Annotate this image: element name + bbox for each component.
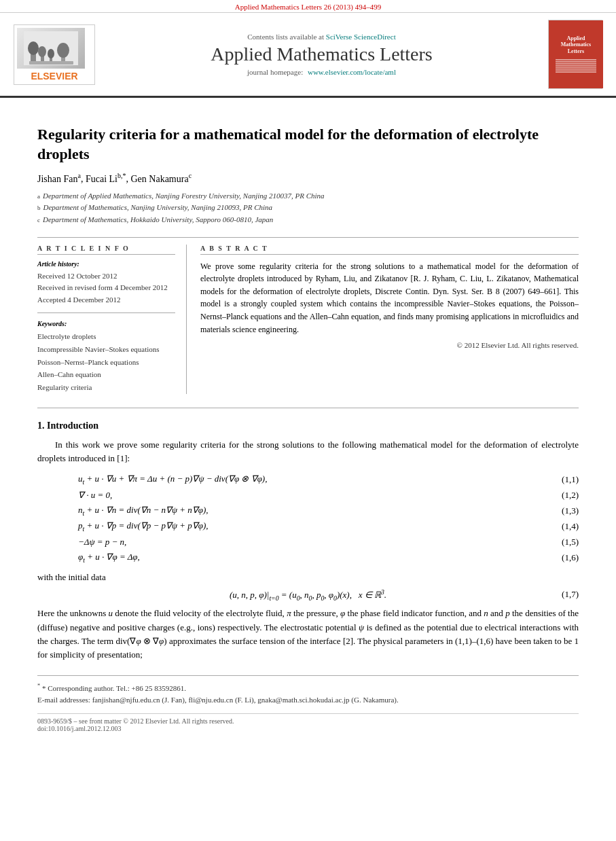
intro-paragraph: In this work we prove some regularity cr… xyxy=(37,438,579,465)
equation-1-6: φt + u · ∇φ = Δφ, (1,6) xyxy=(37,552,579,564)
equation-1-5: −Δψ = p − n, (1,5) xyxy=(37,537,579,548)
svg-point-8 xyxy=(57,43,69,58)
contents-line: Contents lists available at SciVerse Sci… xyxy=(109,33,535,41)
svg-point-4 xyxy=(38,46,46,57)
initial-data-text: with the initial data xyxy=(37,572,579,583)
equation-1-2: ∇ · u = 0, (1,2) xyxy=(37,490,579,501)
article-info-column: A R T I C L E I N F O Article history: R… xyxy=(37,245,187,394)
svg-rect-9 xyxy=(29,61,73,65)
copyright-note: © 2012 Elsevier Ltd. All rights reserved… xyxy=(200,341,579,349)
citation-text: Applied Mathematics Letters 26 (2013) 49… xyxy=(235,3,381,11)
doi-line: doi:10.1016/j.aml.2012.12.003 xyxy=(37,725,579,732)
eq-number-1-6: (1,6) xyxy=(562,552,579,563)
keyword-2: Incompressible Navier–Stokes equations xyxy=(37,343,175,356)
abstract-header: A B S T R A C T xyxy=(200,245,579,255)
author-fucai: Fucai Lib,* xyxy=(86,174,126,184)
keyword-3: Poisson–Nernst–Planck equations xyxy=(37,356,175,369)
article-title: Regularity criteria for a mathematical m… xyxy=(37,125,579,164)
elsevier-label: ELSEVIER xyxy=(17,71,92,82)
svg-point-2 xyxy=(28,41,39,55)
journal-header: ELSEVIER Contents lists available at Sci… xyxy=(0,13,616,98)
accepted-date: Accepted 4 December 2012 xyxy=(37,294,175,306)
citation-bar: Applied Mathematics Letters 26 (2013) 49… xyxy=(0,0,616,13)
svg-point-6 xyxy=(48,49,54,58)
corresponding-author-note: * * Corresponding author. Tel.: +86 25 8… xyxy=(37,681,579,694)
received-revised-date: Received in revised form 4 December 2012 xyxy=(37,282,175,294)
footer-bar: 0893-9659/$ – see front matter © 2012 El… xyxy=(37,713,579,732)
article-info-header: A R T I C L E I N F O xyxy=(37,245,175,255)
affiliation-a: Department of Applied Mathematics, Nanji… xyxy=(43,190,325,202)
eq-number-1-2: (1,2) xyxy=(562,490,579,501)
equations-block: ut + u · ∇u + ∇π = Δu + (n − p)∇ψ − div(… xyxy=(37,473,579,563)
history-label: Article history: xyxy=(37,260,175,268)
equation-1-7: (u, n, p, φ)|t=0 = (u0, n0, p0, φ0)(x), … xyxy=(37,588,579,602)
journal-cover-thumbnail: AppliedMathematicsLetters xyxy=(548,20,602,89)
keyword-4: Allen–Cahn equation xyxy=(37,368,175,381)
footnote-section: * * Corresponding author. Tel.: +86 25 8… xyxy=(37,675,579,706)
equation-1-1: ut + u · ∇u + ∇π = Δu + (n − p)∇ψ − div(… xyxy=(37,473,579,486)
journal-homepage: journal homepage: www.elsevier.com/locat… xyxy=(109,68,535,76)
authors-line: Jishan Fana, Fucai Lib,*, Gen Nakamurac xyxy=(37,172,579,185)
keywords-label: Keywords: xyxy=(37,320,175,327)
elsevier-logo: ELSEVIER xyxy=(14,24,95,85)
affiliation-b: Department of Mathematics, Nanjing Unive… xyxy=(43,202,273,214)
author-jishan: Jishan Fana xyxy=(37,174,81,184)
eq-number-1-5: (1,5) xyxy=(562,537,579,548)
issn-line: 0893-9659/$ – see front matter © 2012 El… xyxy=(37,717,579,725)
journal-title: Applied Mathematics Letters xyxy=(109,43,535,65)
affiliations: a Department of Applied Mathematics, Nan… xyxy=(37,190,579,226)
eq-number-1-3: (1,3) xyxy=(562,505,579,516)
paragraph-after-equations: Here the unknowns u denote the fluid vel… xyxy=(37,607,579,662)
article-info-abstract: A R T I C L E I N F O Article history: R… xyxy=(37,245,579,394)
abstract-column: A B S T R A C T We prove some regularity… xyxy=(200,245,579,394)
author-gen: Gen Nakamurac xyxy=(131,174,192,184)
cover-title: AppliedMathematicsLetters xyxy=(561,35,591,55)
keyword-5: Regularity criteria xyxy=(37,381,175,394)
eq-number-1-1: (1,1) xyxy=(562,474,579,485)
elsevier-logo-img xyxy=(17,28,85,69)
keyword-1: Electrolyte droplets xyxy=(37,330,175,343)
equation-1-3: nt + u · ∇n = div(∇n − n∇ψ + n∇φ), (1,3) xyxy=(37,505,579,517)
eq-number-1-7: (1,7) xyxy=(562,589,579,600)
section1-title: 1. Introduction xyxy=(37,420,579,431)
affiliation-c: Department of Mathematics, Hokkaido Univ… xyxy=(43,214,273,226)
email-addresses: E-mail addresses: fanjishan@njfu.edu.cn … xyxy=(37,694,579,706)
abstract-text: We prove some regularity criteria for th… xyxy=(200,260,579,336)
main-content: Regularity criteria for a mathematical m… xyxy=(0,98,616,746)
journal-title-center: Contents lists available at SciVerse Sci… xyxy=(95,33,548,76)
received-date-1: Received 12 October 2012 xyxy=(37,270,175,283)
equation-1-4: pt + u · ∇p = div(∇p − p∇ψ + p∇φ), (1,4) xyxy=(37,520,579,533)
eq-number-1-4: (1,4) xyxy=(562,521,579,532)
sciverse-link[interactable]: SciVerse ScienceDirect xyxy=(326,33,396,41)
homepage-link[interactable]: www.elsevier.com/locate/aml xyxy=(308,68,396,76)
